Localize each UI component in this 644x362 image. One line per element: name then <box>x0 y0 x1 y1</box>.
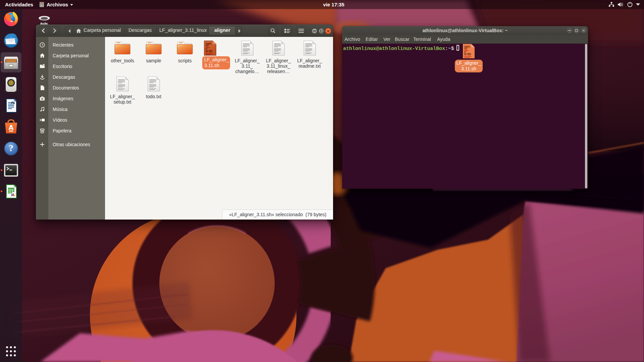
svg-text:?: ? <box>9 143 13 153</box>
